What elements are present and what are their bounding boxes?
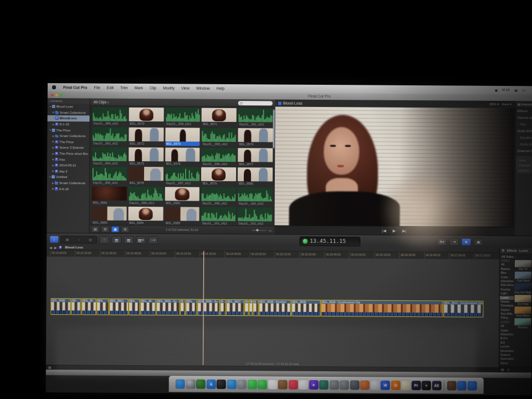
audio-meter[interactable]: M 18 bbox=[502, 88, 509, 92]
timeline-clip[interactable]: BDL bbox=[186, 299, 197, 316]
video-clip-thumbnail[interactable] bbox=[92, 187, 127, 201]
effect-preset[interactable]: 60s TV bbox=[515, 260, 531, 270]
dock-app-messages[interactable] bbox=[247, 380, 257, 389]
inspector-row-effects[interactable]: Effects bbox=[516, 108, 532, 115]
sidebar-item-the-price[interactable]: ▼The Price bbox=[47, 127, 89, 133]
effects-browser-button[interactable]: ★ bbox=[461, 238, 471, 245]
timeline-clip[interactable]: BDL_9608 - Synchronized Clip bbox=[321, 300, 443, 317]
effect-preset[interactable]: Dry Heat bbox=[515, 295, 531, 305]
effect-preset-thumbnail[interactable] bbox=[514, 306, 531, 314]
connect-edit-button[interactable] bbox=[111, 236, 121, 243]
video-clip-thumbnail[interactable] bbox=[165, 147, 200, 161]
browser-clip[interactable]: BDL_9581 bbox=[92, 187, 127, 206]
dock-app-dashboard[interactable] bbox=[217, 380, 226, 389]
browser-clip[interactable]: Day10__998_sf12 bbox=[128, 187, 163, 206]
video-clip-thumbnail[interactable] bbox=[129, 147, 163, 161]
audio-clip-thumbnail[interactable] bbox=[165, 108, 200, 121]
insert-edit-button[interactable] bbox=[124, 236, 134, 243]
sidebar-item-smart-collections[interactable]: ▶Smart Collections bbox=[47, 180, 89, 186]
dock-app-calendar[interactable] bbox=[268, 380, 277, 389]
dock-app-pages[interactable] bbox=[401, 381, 411, 390]
video-clip-thumbnail[interactable] bbox=[238, 168, 273, 182]
sidebar-item-smart-collections[interactable]: ▶Smart Collections bbox=[47, 133, 89, 139]
sidebar-item-bloodloss[interactable]: ▼BloodLoss bbox=[48, 115, 90, 121]
previous-frame-icon[interactable]: |◀ bbox=[382, 228, 386, 233]
video-clip-thumbnail[interactable] bbox=[238, 148, 273, 162]
browser-clip[interactable]: Day10__992_sf12 bbox=[92, 127, 127, 146]
keyword-editor-button[interactable]: ○ bbox=[99, 236, 109, 243]
audio-clip-thumbnail[interactable] bbox=[201, 187, 236, 201]
browser-clip[interactable]: BDL_9580 bbox=[238, 168, 273, 187]
grid-view-icon[interactable]: ▦ bbox=[501, 367, 504, 372]
dock-app-launchpad[interactable] bbox=[186, 380, 195, 389]
browser-clip[interactable]: BDL_9574 bbox=[238, 128, 273, 147]
video-clip-thumbnail[interactable] bbox=[129, 127, 163, 141]
effect-preset[interactable]: Heat Wave bbox=[514, 306, 531, 317]
effect-preset-thumbnail[interactable] bbox=[515, 295, 531, 302]
dock-app-mission-control[interactable] bbox=[196, 380, 206, 389]
dock-app-system-preferences[interactable] bbox=[329, 380, 339, 390]
audio-clip-thumbnail[interactable] bbox=[202, 147, 237, 161]
effects-category-all[interactable]: All bbox=[499, 324, 514, 329]
volume-icon[interactable]: ◀) bbox=[514, 88, 518, 92]
effect-preset[interactable]: Day into Night bbox=[515, 283, 531, 294]
browser-clip[interactable]: BDL_9576 bbox=[165, 147, 200, 166]
effect-preset-thumbnail[interactable] bbox=[515, 260, 531, 267]
browser-clip[interactable]: BDL_9575 bbox=[129, 147, 163, 166]
browser-clip[interactable]: BDL_9573 bbox=[165, 127, 200, 146]
select-tool-button[interactable]: ➢▾ bbox=[148, 236, 158, 244]
menu-item-final-cut-pro[interactable]: Final Cut Pro bbox=[60, 85, 91, 89]
effects-category-distortion[interactable]: Distortion bbox=[499, 332, 514, 337]
browser-clip[interactable]: Day10__001_sf12 bbox=[201, 207, 236, 226]
timeline-clip[interactable]: BDL_9598 - Synchro bbox=[259, 299, 291, 316]
sidebar-item-fire[interactable]: ▶Fire bbox=[47, 156, 89, 162]
effect-preset-thumbnail[interactable] bbox=[514, 318, 531, 325]
browser-clip[interactable]: BDL_9583 bbox=[91, 207, 126, 226]
timeline-clip[interactable]: B bbox=[249, 299, 252, 316]
effects-category-blur[interactable]: Blur bbox=[500, 271, 514, 275]
effects-category-eq[interactable]: EQ bbox=[499, 341, 514, 345]
timeline-clip[interactable]: BDL_9609 bbox=[291, 300, 320, 316]
browser-clip[interactable]: BDL_9572 bbox=[129, 127, 163, 146]
effects-category-specialized[interactable]: Specialized bbox=[499, 357, 514, 361]
browser-scrollbar[interactable] bbox=[273, 109, 274, 148]
browser-clip[interactable]: BDL_9584 bbox=[128, 207, 163, 226]
video-clip-thumbnail[interactable] bbox=[165, 207, 200, 221]
append-edit-button[interactable]: ▾ bbox=[136, 236, 146, 243]
dock-app-contacts[interactable] bbox=[237, 380, 247, 389]
dock-app-downloads-folder[interactable] bbox=[467, 381, 477, 391]
effects-category-nostalgia[interactable]: Nostalgia bbox=[500, 304, 514, 308]
view-menu[interactable]: View bbox=[502, 103, 509, 106]
dock-app-documents-folder[interactable] bbox=[457, 381, 467, 391]
dock-app-travel-case[interactable] bbox=[447, 381, 456, 390]
dock-app-finder[interactable] bbox=[176, 379, 185, 388]
effects-category-filmemu[interactable]: Film Emu... bbox=[500, 283, 514, 288]
inspector-row-audio-enhancements[interactable]: Audio Enhancements bbox=[515, 128, 532, 135]
sidebar-item-blood-loss[interactable]: ▼Blood Loss bbox=[48, 104, 90, 110]
search-icon[interactable]: ◎ bbox=[507, 367, 509, 372]
play-icon[interactable]: ▶ bbox=[393, 228, 396, 233]
browser-clip[interactable]: Day10__993_sf12 bbox=[202, 128, 237, 147]
timeline-clip[interactable]: B bbox=[253, 299, 258, 316]
dock-app-parallels[interactable] bbox=[370, 381, 380, 390]
timeline-clip[interactable]: BDL_9596 - Sy bbox=[197, 299, 219, 316]
sidebar-item-scene-3-exterior[interactable]: ▶Scene 3 Exterior bbox=[47, 145, 89, 151]
audio-clip-thumbnail[interactable] bbox=[201, 207, 236, 221]
effects-category-texteffe[interactable]: Text Effe... bbox=[499, 312, 514, 316]
audio-clip-thumbnail[interactable] bbox=[92, 167, 127, 181]
minimize-window-icon[interactable] bbox=[55, 94, 58, 96]
browser-clip[interactable]: Day10__990_sf12 bbox=[165, 108, 200, 126]
timeline-index-button[interactable]: ▦ bbox=[48, 366, 52, 369]
effects-category-all[interactable]: All bbox=[500, 263, 514, 267]
timeline-clip[interactable]: BD bbox=[71, 298, 81, 315]
sidebar-item-2014-05-11[interactable]: ▶2014-05-11 bbox=[47, 162, 89, 168]
dock-app-dvd-player[interactable] bbox=[340, 380, 349, 390]
shield-icon[interactable]: ▣ bbox=[495, 88, 498, 92]
effects-category-looks[interactable]: Looks bbox=[500, 296, 514, 300]
browser-clip[interactable]: BDL_9570 bbox=[129, 108, 163, 126]
sidebar-item-6-6-15[interactable]: ▶6-6-15 bbox=[47, 186, 89, 192]
video-clip-thumbnail[interactable] bbox=[129, 108, 163, 121]
audio-clip-thumbnail[interactable] bbox=[202, 128, 237, 142]
browser-clip[interactable]: Day10__994_sf12 bbox=[92, 147, 127, 166]
dock-app-app-store[interactable]: A bbox=[206, 380, 216, 389]
